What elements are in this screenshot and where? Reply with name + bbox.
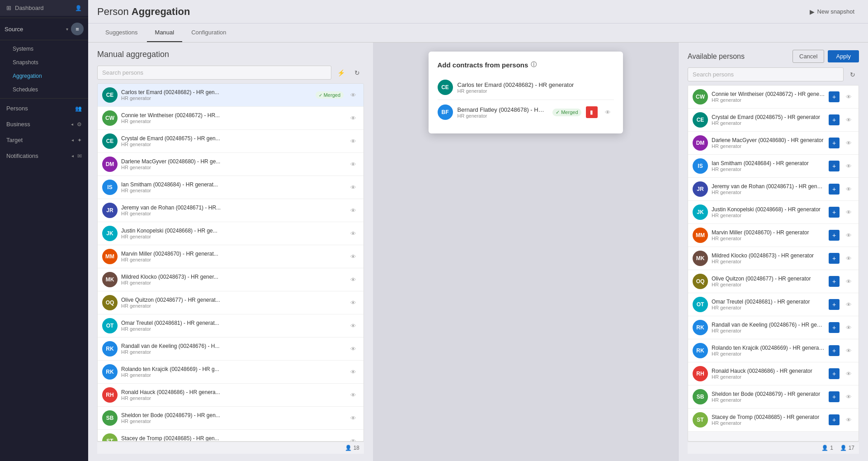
visibility-button[interactable]: 👁 xyxy=(347,251,359,262)
list-item[interactable]: SB Sheldon ter Bode (00248679) - HR gene… xyxy=(688,385,859,409)
sidebar-source-row[interactable]: Source ▾ ≡ xyxy=(0,20,88,38)
list-item[interactable]: CW Connie ter Wintheiser (00248672) - HR… xyxy=(688,86,859,109)
tab-manual[interactable]: Manual xyxy=(147,24,183,42)
list-item[interactable]: RK Rolando ten Krajcik (00248669) - HR g… xyxy=(688,339,859,362)
visibility-button[interactable]: 👁 xyxy=(602,106,614,118)
tab-configuration[interactable]: Configuration xyxy=(183,24,234,42)
sidebar-item-business[interactable]: Business ◂ ⚙ xyxy=(0,116,88,132)
list-item[interactable]: RK Randall van de Keeling (00248676) - H… xyxy=(98,337,363,361)
add-person-button[interactable]: + xyxy=(829,138,840,148)
list-item[interactable]: OT Omar Treutel (00248681) - HR generat.… xyxy=(98,314,363,337)
visibility-button[interactable]: 👁 xyxy=(843,253,854,264)
visibility-button[interactable]: 👁 xyxy=(347,89,359,101)
cancel-button[interactable]: Cancel xyxy=(793,50,824,63)
list-item[interactable]: JK Justin Konopelski (00248668) - HR gen… xyxy=(688,201,859,224)
source-action-button[interactable]: ≡ xyxy=(71,23,84,35)
list-item[interactable]: RH Ronald Hauck (00248686) - HR genera..… xyxy=(98,384,363,407)
list-item[interactable]: RK Randall van de Keeling (00248676) - H… xyxy=(688,316,859,339)
list-item[interactable]: IS Ian Smitham (00248684) - HR generat..… xyxy=(98,176,363,199)
list-item[interactable]: DM Darlene MacGyver (00248680) - HR gene… xyxy=(688,132,859,155)
sidebar-item-systems[interactable]: Systems xyxy=(0,42,88,56)
add-person-button[interactable]: + xyxy=(829,299,840,310)
visibility-button[interactable]: 👁 xyxy=(347,135,359,147)
visibility-button[interactable]: 👁 xyxy=(347,412,359,424)
right-search-input[interactable] xyxy=(688,67,844,81)
visibility-button[interactable]: 👁 xyxy=(347,204,359,216)
list-item[interactable]: CW Connie ter Wintheiser (00248672) - HR… xyxy=(98,107,363,130)
refresh-available-button[interactable]: ↻ xyxy=(846,68,859,81)
filter-button[interactable]: ⚡ xyxy=(334,66,348,80)
visibility-button[interactable]: 👁 xyxy=(347,343,359,355)
visibility-button[interactable]: 👁 xyxy=(843,184,854,195)
list-item[interactable]: MK Mildred Klocko (00248673) - HR gener.… xyxy=(98,268,363,291)
visibility-button[interactable]: 👁 xyxy=(347,181,359,193)
list-item[interactable]: SB Sheldon ter Bode (00248679) - HR gen.… xyxy=(98,407,363,430)
list-item[interactable]: OQ Olive Quitzon (00248677) - HR generat… xyxy=(98,291,363,314)
visibility-button[interactable]: 👁 xyxy=(347,389,359,401)
visibility-button[interactable]: 👁 xyxy=(347,297,359,309)
list-item[interactable]: IS Ian Smitham (00248684) - HR generator… xyxy=(688,155,859,178)
add-person-button[interactable]: + xyxy=(829,230,840,241)
add-person-button[interactable]: + xyxy=(829,368,840,379)
new-snapshot-button[interactable]: ▶ New snapshot xyxy=(805,5,859,18)
list-item[interactable]: DM Darlene MacGyver (00248680) - HR ge..… xyxy=(98,153,363,176)
add-person-button[interactable]: + xyxy=(829,391,840,402)
sidebar-item-target[interactable]: Target ◂ ✦ xyxy=(0,132,88,148)
add-person-button[interactable]: + xyxy=(829,91,840,102)
visibility-button[interactable]: 👁 xyxy=(843,138,854,148)
visibility-button[interactable]: 👁 xyxy=(843,414,854,425)
add-person-button[interactable]: + xyxy=(829,414,840,425)
visibility-button[interactable]: 👁 xyxy=(347,228,359,239)
list-item[interactable]: JR Jeremy van de Rohan (00248671) - HR..… xyxy=(98,199,363,222)
list-item[interactable]: RK Rolando ten Krajcik (00248669) - HR g… xyxy=(98,361,363,384)
visibility-button[interactable]: 👁 xyxy=(843,161,854,171)
list-item[interactable]: JK Justin Konopelski (00248668) - HR ge.… xyxy=(98,222,363,245)
visibility-button[interactable]: 👁 xyxy=(347,112,359,124)
list-item[interactable]: OQ Olive Quitzon (00248677) - HR generat… xyxy=(688,270,859,293)
visibility-button[interactable]: 👁 xyxy=(843,299,854,310)
sidebar-item-notifications[interactable]: Notifications ◂ ✉ xyxy=(0,148,88,164)
visibility-button[interactable]: 👁 xyxy=(843,114,854,125)
visibility-button[interactable]: 👁 xyxy=(347,435,359,442)
add-person-button[interactable]: + xyxy=(829,253,840,264)
add-person-button[interactable]: + xyxy=(829,276,840,287)
visibility-button[interactable]: 👁 xyxy=(843,276,854,287)
visibility-button[interactable]: 👁 xyxy=(843,230,854,241)
visibility-button[interactable]: 👁 xyxy=(843,322,854,333)
left-search-input[interactable] xyxy=(97,66,331,80)
visibility-button[interactable]: 👁 xyxy=(347,158,359,170)
visibility-button[interactable]: 👁 xyxy=(843,345,854,356)
list-item[interactable]: MM Marvin Miller (00248670) - HR generat… xyxy=(688,224,859,247)
list-item[interactable]: MM Marvin Miller (00248670) - HR generat… xyxy=(98,245,363,268)
add-person-button[interactable]: + xyxy=(829,114,840,125)
sidebar-item-persons[interactable]: Persons 👥 xyxy=(0,100,88,116)
list-item[interactable]: ST Stacey de Tromp (00248685) - HR gen..… xyxy=(98,430,363,442)
list-item[interactable]: JR Jeremy van de Rohan (00248671) - HR g… xyxy=(688,178,859,201)
add-person-button[interactable]: + xyxy=(829,161,840,171)
sidebar-item-aggregation[interactable]: Aggregation xyxy=(0,69,88,83)
apply-button[interactable]: Apply xyxy=(828,50,859,62)
list-item[interactable]: CE Crystal de Emard (00248675) - HR gene… xyxy=(688,109,859,132)
visibility-button[interactable]: 👁 xyxy=(347,320,359,332)
sidebar-item-snapshots[interactable]: Snapshots xyxy=(0,56,88,69)
sidebar-item-schedules[interactable]: Schedules xyxy=(0,83,88,96)
add-person-button[interactable]: + xyxy=(829,184,840,195)
list-item[interactable]: CE Crystal de Emard (00248675) - HR gen.… xyxy=(98,130,363,153)
list-item[interactable]: OT Omar Treutel (00248681) - HR generato… xyxy=(688,293,859,316)
list-item[interactable]: CE Carlos ter Emard (00248682) - HR gen.… xyxy=(98,84,363,107)
tab-suggestions[interactable]: Suggestions xyxy=(97,24,146,42)
visibility-button[interactable]: 👁 xyxy=(347,366,359,378)
visibility-button[interactable]: 👁 xyxy=(843,91,854,102)
refresh-button[interactable]: ↻ xyxy=(350,66,364,80)
visibility-button[interactable]: 👁 xyxy=(347,274,359,285)
list-item[interactable]: ST Stacey de Tromp (00248685) - HR gener… xyxy=(688,409,859,432)
visibility-button[interactable]: 👁 xyxy=(843,391,854,402)
visibility-button[interactable]: 👁 xyxy=(843,368,854,379)
sidebar-item-dashboard[interactable]: ⊞ Dashboard 👤 xyxy=(0,0,88,16)
visibility-button[interactable]: 👁 xyxy=(843,207,854,218)
remove-button[interactable]: ▮ xyxy=(586,106,598,118)
add-person-button[interactable]: + xyxy=(829,207,840,218)
add-person-button[interactable]: + xyxy=(829,322,840,333)
add-person-button[interactable]: + xyxy=(829,345,840,356)
list-item[interactable]: MK Mildred Klocko (00248673) - HR genera… xyxy=(688,247,859,270)
